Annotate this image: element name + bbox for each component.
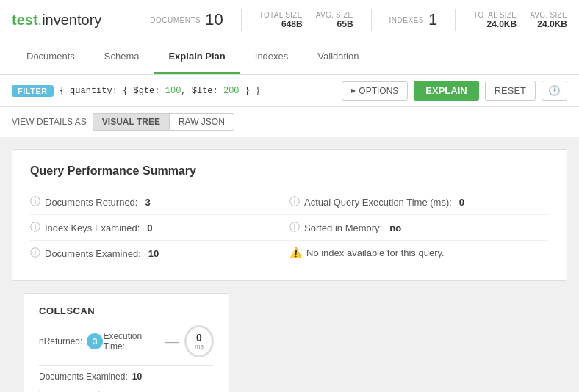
reset-button[interactable]: RESET bbox=[485, 81, 536, 101]
exec-time-circle-unit: ms bbox=[195, 343, 204, 350]
tab-documents[interactable]: Documents bbox=[12, 40, 90, 74]
docs-returned-val: 3 bbox=[145, 197, 150, 208]
sorted-row: ⓘ Sorted in Memory: no bbox=[290, 215, 549, 241]
clock-icon: 🕑 bbox=[548, 85, 561, 96]
triangle-icon: ▶ bbox=[351, 87, 356, 94]
header: test.inventory DOCUMENTS 10 TOTAL SIZE 6… bbox=[0, 0, 579, 40]
indexes-stat: INDEXES 1 bbox=[389, 10, 438, 29]
size-stat-1: TOTAL SIZE 648B AVG. SIZE 65B bbox=[259, 11, 353, 29]
avg-size-label-2: AVG. SIZE bbox=[530, 11, 567, 19]
exec-time-circle: 0 ms bbox=[184, 325, 214, 357]
tab-schema[interactable]: Schema bbox=[90, 40, 154, 74]
avg-size-val-1: 65B bbox=[316, 19, 353, 29]
tab-explain-plan[interactable]: Explain Plan bbox=[154, 40, 240, 74]
query-key: quantity bbox=[70, 86, 112, 96]
query-op1: $gte: bbox=[134, 86, 165, 96]
total-size-val-1: 648B bbox=[259, 19, 303, 29]
index-keys-label: Index Keys Examined: bbox=[45, 222, 140, 233]
indexes-count: 1 bbox=[428, 10, 437, 29]
nreturned-badge: 3 bbox=[87, 333, 103, 349]
documents-stat: DOCUMENTS 10 bbox=[150, 10, 223, 29]
tab-validation[interactable]: Validation bbox=[303, 40, 373, 74]
sorted-val: no bbox=[389, 222, 401, 233]
history-button[interactable]: 🕑 bbox=[542, 81, 567, 101]
total-size-val-2: 24.0KB bbox=[473, 19, 517, 29]
view-details-label: VIEW DETAILS AS bbox=[12, 117, 87, 127]
collscan-nreturned-row: nReturned: 3 Execution Time: — 0 ms bbox=[39, 325, 214, 357]
exec-time-row: ⓘ Actual Query Execution Time (ms): 0 bbox=[290, 189, 549, 215]
avg-size-sub-1: AVG. SIZE 65B bbox=[316, 11, 353, 29]
warning-icon: ⚠️ bbox=[290, 247, 302, 258]
perf-right-col: ⓘ Actual Query Execution Time (ms): 0 ⓘ … bbox=[290, 189, 549, 266]
toolbar: FILTER { quantity: { $gte: 100, $lte: 20… bbox=[0, 75, 579, 107]
nreturned-label: nReturned: bbox=[39, 336, 82, 346]
query-val2: 200 bbox=[223, 86, 240, 96]
logo-test: test bbox=[12, 12, 38, 28]
info-icon-4: ⓘ bbox=[290, 195, 300, 208]
visual-tree-button[interactable]: VISUAL TREE bbox=[93, 113, 169, 131]
info-icon-3: ⓘ bbox=[30, 247, 40, 260]
exec-time-group: Execution Time: — 0 ms bbox=[103, 325, 214, 357]
tab-indexes[interactable]: Indexes bbox=[240, 40, 303, 74]
docs-returned-row: ⓘ Documents Returned: 3 bbox=[30, 189, 290, 215]
info-icon-1: ⓘ bbox=[30, 195, 40, 208]
documents-label: DOCUMENTS bbox=[150, 16, 201, 24]
avg-size-val-2: 24.0KB bbox=[530, 19, 567, 29]
raw-json-button[interactable]: RAW JSON bbox=[169, 113, 234, 131]
view-toggle-bar: VIEW DETAILS AS VISUAL TREE RAW JSON bbox=[0, 107, 579, 137]
docs-returned-label: Documents Returned: bbox=[45, 197, 137, 208]
perf-summary-card: Query Performance Summary ⓘ Documents Re… bbox=[12, 149, 567, 281]
total-size-label-1: TOTAL SIZE bbox=[259, 11, 303, 19]
docs-examined-val: 10 bbox=[148, 248, 159, 259]
index-keys-row: ⓘ Index Keys Examined: 0 bbox=[30, 215, 290, 241]
logo-inventory: inventory bbox=[42, 12, 101, 28]
collscan-docs-examined-row: Documents Examined: 10 bbox=[39, 371, 214, 382]
documents-count: 10 bbox=[205, 10, 223, 29]
divider-3 bbox=[455, 9, 456, 31]
collscan-card: COLLSCAN nReturned: 3 Execution Time: — … bbox=[24, 293, 229, 392]
tab-bar: Documents Schema Explain Plan Indexes Va… bbox=[0, 40, 579, 75]
exec-time-dash: — bbox=[165, 334, 179, 349]
perf-grid: ⓘ Documents Returned: 3 ⓘ Index Keys Exa… bbox=[30, 189, 549, 266]
logo: test.inventory bbox=[12, 12, 101, 29]
size-sub-2: TOTAL SIZE 24.0KB bbox=[473, 11, 517, 29]
explain-button[interactable]: EXPLAIN bbox=[414, 81, 478, 101]
perf-left-col: ⓘ Documents Returned: 3 ⓘ Index Keys Exa… bbox=[30, 189, 290, 266]
no-index-text: No index available for this query. bbox=[306, 247, 445, 258]
exec-time-circle-val: 0 bbox=[196, 333, 202, 343]
collscan-title: COLLSCAN bbox=[39, 305, 214, 316]
perf-summary-title: Query Performance Summary bbox=[30, 164, 549, 178]
avg-size-label-1: AVG. SIZE bbox=[316, 11, 353, 19]
main-content: Query Performance Summary ⓘ Documents Re… bbox=[0, 137, 579, 392]
indexes-label: INDEXES bbox=[389, 16, 424, 24]
query-val1: 100 bbox=[165, 86, 181, 96]
info-icon-5: ⓘ bbox=[290, 221, 300, 234]
divider-1 bbox=[241, 9, 242, 31]
info-icon-2: ⓘ bbox=[30, 221, 40, 234]
query-brace: { bbox=[60, 86, 70, 96]
options-label: OPTIONS bbox=[359, 86, 398, 96]
avg-size-sub-2: AVG. SIZE 24.0KB bbox=[530, 11, 567, 29]
collscan-docs-examined-label: Documents Examined: bbox=[39, 371, 128, 382]
header-stats: DOCUMENTS 10 TOTAL SIZE 648B AVG. SIZE 6… bbox=[150, 9, 567, 31]
options-button[interactable]: ▶ OPTIONS bbox=[342, 81, 408, 101]
index-keys-val: 0 bbox=[147, 222, 152, 233]
docs-examined-row: ⓘ Documents Examined: 10 bbox=[30, 241, 290, 266]
exec-time-val: 0 bbox=[459, 197, 464, 208]
collscan-divider bbox=[39, 365, 214, 366]
exec-time-label: Actual Query Execution Time (ms): bbox=[304, 197, 452, 208]
size-stat-2: TOTAL SIZE 24.0KB AVG. SIZE 24.0KB bbox=[473, 11, 567, 29]
collscan-area: COLLSCAN nReturned: 3 Execution Time: — … bbox=[12, 293, 567, 392]
divider-2 bbox=[371, 9, 372, 31]
no-index-row: ⚠️ No index available for this query. bbox=[290, 241, 549, 264]
query-text: { quantity: { $gte: 100, $lte: 200 } } bbox=[60, 86, 337, 96]
sorted-label: Sorted in Memory: bbox=[304, 222, 382, 233]
size-sub-1: TOTAL SIZE 648B bbox=[259, 11, 303, 29]
nreturned-group: nReturned: 3 bbox=[39, 333, 103, 349]
query-op2: $lte: bbox=[192, 86, 223, 96]
collscan-docs-examined-val: 10 bbox=[132, 371, 142, 382]
exec-time-card-label: Execution Time: bbox=[103, 331, 159, 352]
filter-badge[interactable]: FILTER bbox=[12, 85, 54, 97]
docs-examined-label: Documents Examined: bbox=[45, 248, 141, 259]
total-size-label-2: TOTAL SIZE bbox=[473, 11, 517, 19]
